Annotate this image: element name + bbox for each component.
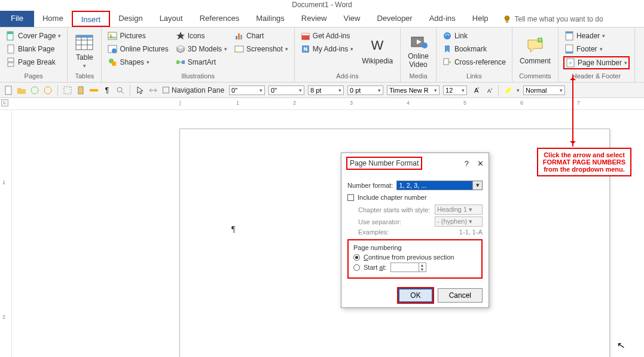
- online-pictures-label: Online Pictures: [120, 45, 168, 53]
- footer-icon: [564, 44, 574, 54]
- tab-file[interactable]: File: [0, 11, 34, 27]
- indent-left-input[interactable]: 0"▾: [229, 86, 265, 95]
- shapes-button[interactable]: Shapes▾: [106, 56, 169, 68]
- group-comments: + Comment Comments: [512, 28, 558, 82]
- start-at-spinner[interactable]: ▲▼: [390, 263, 426, 272]
- shrink-font-icon[interactable]: A: [484, 86, 493, 95]
- vertical-ruler[interactable]: 1 2: [0, 111, 12, 357]
- tab-design[interactable]: Design: [110, 11, 151, 27]
- tab-home[interactable]: Home: [34, 11, 72, 27]
- smartart-label: SmartArt: [188, 58, 216, 66]
- group-links: Link Bookmark Cross-reference Links: [437, 28, 512, 82]
- page-number-format-dialog: Page Number Format ? ✕ Number format: 1,…: [341, 152, 489, 308]
- para-icon[interactable]: ¶: [102, 86, 112, 95]
- font-selector[interactable]: Times New R▾: [387, 86, 439, 95]
- smartart-button[interactable]: SmartArt: [175, 56, 228, 68]
- tab-help[interactable]: Help: [464, 11, 497, 27]
- wikipedia-button[interactable]: W Wikipedia: [359, 30, 395, 71]
- circle1-icon[interactable]: [30, 86, 39, 95]
- icons-button[interactable]: Icons: [175, 30, 228, 42]
- select-icon[interactable]: [63, 86, 72, 95]
- page-numbering-title: Page numbering: [353, 244, 477, 251]
- cross-reference-button[interactable]: Cross-reference: [441, 56, 507, 68]
- svg-rect-2: [7, 32, 13, 34]
- include-chapter-checkbox[interactable]: [347, 194, 354, 201]
- group-text: A Te: [635, 28, 644, 82]
- font-size-selector[interactable]: 12▾: [443, 86, 467, 95]
- svg-rect-38: [566, 51, 573, 53]
- tab-layout[interactable]: Layout: [151, 11, 191, 27]
- continue-label: CContinue from previous sectionontinue f…: [364, 254, 454, 261]
- svg-rect-43: [5, 86, 11, 94]
- ribbon-tabs: File Home Insert Design Layout Reference…: [0, 11, 644, 28]
- tab-references[interactable]: References: [191, 11, 248, 27]
- separator-select[interactable]: - (hyphen) ▾: [435, 216, 483, 227]
- footer-button[interactable]: Footer▾: [563, 43, 630, 55]
- cancel-button[interactable]: Cancel: [438, 288, 483, 303]
- my-addins-label: My Add-ins: [313, 45, 348, 53]
- clipboard-icon[interactable]: [76, 86, 86, 95]
- my-addins-icon: [301, 44, 310, 54]
- table-button[interactable]: Table▾: [72, 30, 96, 71]
- my-addins-button[interactable]: My Add-ins▾: [300, 43, 355, 55]
- chapter-style-select[interactable]: Heading 1 ▾: [435, 205, 483, 215]
- space-after-input[interactable]: 0 pt▾: [347, 86, 383, 95]
- circle2-icon[interactable]: [43, 86, 53, 95]
- indent-right-input[interactable]: 0"▾: [268, 86, 304, 95]
- continue-radio[interactable]: [353, 254, 360, 261]
- ruler-icon[interactable]: [89, 86, 99, 95]
- start-at-radio[interactable]: [353, 264, 360, 271]
- tell-me-search[interactable]: Tell me what you want to do: [497, 11, 609, 27]
- screenshot-button[interactable]: Screenshot▾: [233, 43, 289, 55]
- new-icon[interactable]: [4, 86, 13, 95]
- header-button[interactable]: Header▾: [563, 30, 630, 42]
- number-format-select[interactable]: 1, 2, 3, ... ▾: [396, 181, 483, 190]
- horizontal-ruler[interactable]: L | 1 2 3 4 5 6 7: [0, 98, 644, 110]
- ok-button[interactable]: OK: [398, 288, 432, 303]
- chart-button[interactable]: Chart: [233, 30, 289, 42]
- bookmark-button[interactable]: Bookmark: [441, 43, 507, 55]
- online-video-button[interactable]: Online Video: [405, 30, 431, 71]
- blank-page-button[interactable]: Blank Page: [5, 43, 62, 55]
- resize-icon[interactable]: [148, 86, 158, 95]
- cover-page-button[interactable]: Cover Page▾: [5, 30, 62, 42]
- online-pictures-button[interactable]: Online Pictures: [106, 43, 169, 55]
- style-selector[interactable]: Normal▾: [523, 86, 565, 95]
- svg-point-44: [31, 87, 38, 94]
- tab-selector[interactable]: L: [1, 99, 8, 106]
- svg-point-45: [44, 87, 51, 94]
- comment-button[interactable]: + Comment: [517, 30, 553, 71]
- tab-mailings[interactable]: Mailings: [248, 11, 293, 27]
- number-format-label: Number format:: [347, 182, 393, 189]
- page-number-button[interactable]: #Page Number▾: [563, 56, 630, 69]
- wikipedia-icon: W: [368, 36, 387, 56]
- start-at-input[interactable]: [391, 263, 419, 271]
- page-number-label: Page Number: [578, 59, 622, 67]
- tab-view[interactable]: View: [335, 11, 368, 27]
- bookmark-icon: [442, 44, 452, 54]
- pointer-icon[interactable]: [135, 86, 145, 95]
- space-before-input[interactable]: 8 pt▾: [308, 86, 344, 95]
- include-chapter-label: Include chapter number: [358, 194, 427, 201]
- tab-insert[interactable]: Insert: [72, 11, 111, 27]
- page-break-button[interactable]: Page Break: [5, 56, 62, 68]
- navigation-pane-toggle[interactable]: Navigation Pane: [161, 85, 225, 96]
- pictures-button[interactable]: Pictures: [106, 30, 169, 42]
- tab-review[interactable]: Review: [293, 11, 335, 27]
- highlight-icon[interactable]: [503, 86, 513, 95]
- tab-developer[interactable]: Developer: [368, 11, 420, 27]
- cross-ref-icon: [442, 57, 452, 67]
- dialog-close-button[interactable]: ✕: [477, 159, 484, 168]
- tab-addins[interactable]: Add-ins: [421, 11, 464, 27]
- examples-label: Examples:: [358, 228, 389, 236]
- wikipedia-label: Wikipedia: [362, 57, 393, 65]
- open-icon[interactable]: [17, 86, 26, 95]
- text-box-button[interactable]: A: [640, 30, 644, 71]
- header-label: Header: [576, 32, 600, 40]
- link-button[interactable]: Link: [441, 30, 507, 42]
- grow-font-icon[interactable]: A: [471, 86, 480, 95]
- get-addins-button[interactable]: Get Add-ins: [300, 30, 355, 42]
- search-icon[interactable]: [115, 86, 125, 95]
- dialog-help-button[interactable]: ?: [465, 159, 469, 168]
- 3d-models-button[interactable]: 3D Models▾: [175, 43, 228, 55]
